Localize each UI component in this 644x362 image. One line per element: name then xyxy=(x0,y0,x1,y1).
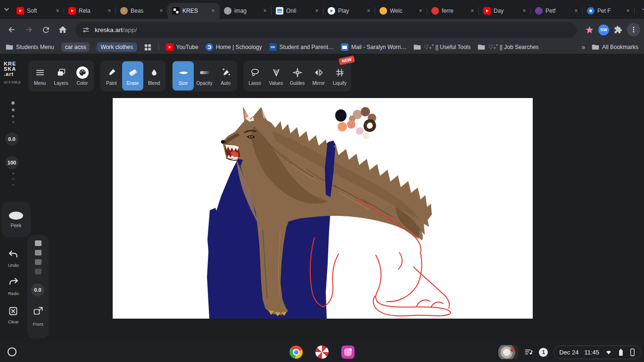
tab-close-icon[interactable]: × xyxy=(365,7,372,15)
paint-button[interactable]: Paint xyxy=(101,61,122,90)
tab-close-icon[interactable]: × xyxy=(106,7,113,15)
tab-close-icon[interactable]: × xyxy=(572,7,580,15)
layers-button[interactable]: Layers xyxy=(50,61,72,90)
tab-play[interactable]: Play × xyxy=(323,3,375,19)
bookmark-sis[interactable]: SIS Student and Parent… xyxy=(269,43,334,51)
bookmarks-overflow-button[interactable]: » xyxy=(582,43,586,51)
clear-button[interactable] xyxy=(8,305,19,317)
chrome-icon[interactable] xyxy=(289,346,303,359)
bookmark-star-button[interactable] xyxy=(581,22,597,38)
lasso-button[interactable]: Lasso xyxy=(244,61,265,90)
front-button[interactable] xyxy=(33,305,44,317)
launcher-button[interactable] xyxy=(8,347,17,356)
tab-close-icon[interactable]: × xyxy=(157,7,165,15)
tab-day[interactable]: Day × xyxy=(479,3,531,19)
undo-button[interactable] xyxy=(8,249,19,261)
bookmark-schoology[interactable]: Home | Schoology xyxy=(206,43,262,51)
tab-search-button[interactable] xyxy=(4,3,9,16)
liquify-button[interactable]: NEW Liquify xyxy=(329,61,350,90)
tab-imag[interactable]: imag × xyxy=(220,3,272,19)
tab-close-icon[interactable]: × xyxy=(261,7,269,15)
layers-icon xyxy=(56,66,66,79)
preset-dot[interactable] xyxy=(12,173,14,174)
site-info-icon xyxy=(82,26,90,34)
values-button[interactable]: Values xyxy=(265,61,287,90)
brush-size-value[interactable]: 0.0 xyxy=(5,132,18,146)
drawing-canvas[interactable] xyxy=(113,98,533,319)
tab-ferre[interactable]: ferre × xyxy=(427,3,479,19)
tab-title: Rela xyxy=(79,8,103,14)
address-bar[interactable]: kreska.art/app/ xyxy=(75,22,577,38)
tab-close-icon[interactable]: × xyxy=(313,7,321,15)
blend-button[interactable]: Blend xyxy=(143,61,165,90)
browser-menu-button[interactable] xyxy=(627,23,640,36)
apps-grid-button[interactable] xyxy=(144,44,151,51)
erase-button[interactable]: Erase xyxy=(122,61,143,90)
bookmark-useful-tools[interactable]: ♡₊˚ || Useful Tools xyxy=(413,44,471,50)
panel-value[interactable]: 0.0 xyxy=(31,283,44,296)
color-button[interactable]: Color xyxy=(72,61,93,90)
all-bookmarks-button[interactable]: All Bookmarks xyxy=(592,44,638,50)
preset-dot[interactable] xyxy=(12,178,14,180)
bookmark-job-searches[interactable]: ♡₊˚ || Job Searches xyxy=(478,44,538,50)
brush-size-dot-medium[interactable] xyxy=(12,108,15,111)
avatar xyxy=(498,345,518,359)
star-icon xyxy=(585,25,594,34)
clock-area[interactable]: Dec 24 11:45 xyxy=(553,346,641,359)
status-tray[interactable]: 1 Dec 24 11:45 xyxy=(498,342,641,362)
tab-close-icon[interactable]: × xyxy=(520,7,528,15)
brush-opacity-value[interactable]: 100 xyxy=(5,156,18,169)
tab-petf[interactable]: Petf × xyxy=(531,3,583,19)
tab-soft[interactable]: Soft × xyxy=(12,3,64,19)
value-swatch-3[interactable] xyxy=(35,259,41,265)
bookmark-mail[interactable]: Mail - Saralyn Worri… xyxy=(341,43,406,51)
tab-welc[interactable]: Welc × xyxy=(375,3,427,19)
bookmark-students-menu[interactable]: Students Menu xyxy=(6,44,54,50)
brush-size-dot-large[interactable] xyxy=(11,101,15,105)
tab-rela[interactable]: Rela × xyxy=(64,3,116,19)
new-tab-button[interactable]: + xyxy=(638,3,644,16)
peek-button[interactable]: Peek xyxy=(1,202,31,238)
undo-icon xyxy=(8,249,19,261)
brush-size-dot-small[interactable] xyxy=(12,115,14,117)
tab-beas[interactable]: Beas × xyxy=(116,3,168,19)
extensions-button[interactable] xyxy=(610,22,626,38)
red-dot-favicon xyxy=(431,7,439,15)
tab-close-icon[interactable]: × xyxy=(624,7,632,15)
red-pinwheel-app-icon[interactable] xyxy=(315,346,329,359)
notification-badge[interactable]: 1 xyxy=(539,348,548,357)
redo-button[interactable] xyxy=(8,276,19,288)
tab-kreska[interactable]: KRES × xyxy=(168,3,220,19)
tab-onli[interactable]: Onli × xyxy=(272,3,323,19)
tab-close-icon[interactable]: × xyxy=(54,7,61,15)
preset-dot[interactable] xyxy=(12,184,14,186)
value-swatch-1[interactable] xyxy=(35,240,41,246)
size-button[interactable]: Size xyxy=(173,61,194,90)
tab-pet-f[interactable]: Pet F × xyxy=(583,3,635,19)
media-controls-icon[interactable] xyxy=(524,347,533,357)
home-button[interactable] xyxy=(55,22,71,38)
opacity-button[interactable]: Opacity xyxy=(194,61,215,90)
reload-button[interactable] xyxy=(38,22,54,38)
brush-size-dot-tiny[interactable] xyxy=(12,121,14,123)
value-swatch-4[interactable] xyxy=(35,269,41,274)
tab-close-icon[interactable]: × xyxy=(469,7,476,15)
bookmark-youtube[interactable]: YouTube xyxy=(166,43,198,51)
auto-brush-icon xyxy=(221,66,231,79)
shelf: 1 Dec 24 11:45 xyxy=(0,342,644,362)
guides-button[interactable]: Guides xyxy=(287,61,308,90)
bookmarks-divider xyxy=(158,43,159,51)
pink-app-icon[interactable] xyxy=(341,346,355,359)
button-label: Values xyxy=(269,81,283,86)
value-swatch-2[interactable] xyxy=(35,250,41,255)
back-button[interactable] xyxy=(4,22,20,38)
auto-button[interactable]: Auto xyxy=(215,61,236,90)
bookmark-work-clothes[interactable]: Work clothes xyxy=(97,42,137,52)
tab-close-icon[interactable]: × xyxy=(209,7,217,15)
forward-button[interactable] xyxy=(21,22,37,38)
profile-avatar[interactable]: SW xyxy=(598,25,609,35)
tab-close-icon[interactable]: × xyxy=(417,7,424,15)
mirror-button[interactable]: Mirror xyxy=(308,61,329,90)
bookmark-car-acss[interactable]: car acss xyxy=(61,42,90,52)
menu-button[interactable]: Menu xyxy=(29,61,50,90)
